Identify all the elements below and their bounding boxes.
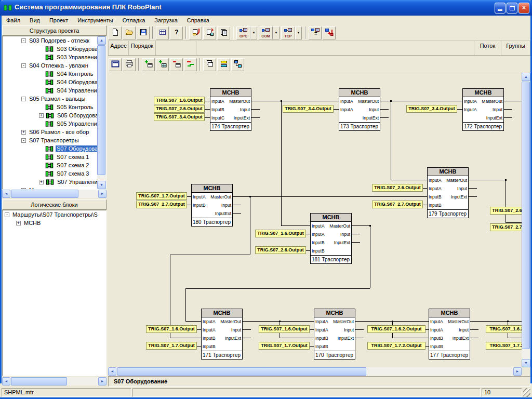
add-block-grid-button[interactable] <box>156 58 169 71</box>
copy-button[interactable] <box>217 26 230 39</box>
scroll-right-arrow[interactable]: ► <box>98 377 107 385</box>
tcp-dropdown-arrow[interactable]: ▼ <box>295 26 302 39</box>
tree-item[interactable]: S03 Оборудован <box>3 45 106 53</box>
expand-expander-icon[interactable]: + <box>39 180 44 184</box>
tree-item-label[interactable]: S03 Оборудован <box>56 46 102 52</box>
align-vertical-button[interactable] <box>231 58 244 71</box>
connect-equal-button[interactable]: = <box>309 26 322 39</box>
collapse-expander-icon[interactable]: - <box>21 38 26 43</box>
tree-item-label[interactable]: S04 Управлени <box>56 87 98 94</box>
tree-item-label[interactable]: S03 Подогрев - отлежк <box>28 37 90 44</box>
signal-label[interactable]: TRIG.S07_2.7.Output <box>372 201 423 208</box>
signal-label[interactable]: TRIG.S07_1.6.2.Output <box>486 325 522 333</box>
function-block[interactable]: МСНВInputAMasterOutInputAInputInputBInpu… <box>429 309 470 360</box>
disconnect-button[interactable] <box>323 26 336 39</box>
tcp-button[interactable]: TCP <box>281 26 295 39</box>
resize-grip[interactable] <box>523 388 530 397</box>
com-button[interactable]: COM <box>259 26 273 39</box>
tree-item[interactable]: S05 Контроль <box>3 103 106 111</box>
function-block[interactable]: МСНВInputAMasterOutInputAInputInputBInpu… <box>201 309 243 360</box>
expand-expander-icon[interactable]: + <box>21 130 26 135</box>
import-wizard-button[interactable] <box>189 26 202 39</box>
scroll-thumb[interactable] <box>11 377 67 385</box>
signal-label[interactable]: TRIG.S07_3.4.Output <box>283 105 334 113</box>
add-block-button[interactable] <box>142 58 155 71</box>
tree-item[interactable]: S04 Управлени <box>3 86 106 95</box>
tree-item[interactable]: S04 Контроль <box>3 70 106 78</box>
tree-item[interactable]: S07 Оборудован <box>3 144 106 153</box>
tree-item[interactable]: -S03 Подогрев - отлежк <box>3 36 106 45</box>
align-horizontal-button[interactable] <box>217 58 230 71</box>
open-folder-button[interactable] <box>123 26 136 39</box>
export-wizard-button[interactable] <box>203 26 216 39</box>
menu-item-проект[interactable]: Проект <box>45 16 73 24</box>
copy-blocks-button[interactable] <box>203 58 216 71</box>
tree-item-label[interactable]: S07 Оборудован <box>56 145 102 152</box>
tree-item-label[interactable]: S05 Контроль <box>56 104 94 110</box>
project-tree-vertical-scrollbar[interactable]: ▲▼ <box>97 36 106 189</box>
function-block[interactable]: МСНВInputAMasterOutInputAInputInputBInpu… <box>314 309 355 360</box>
tree-item-label[interactable]: S04 Оборудован <box>56 79 102 85</box>
tree-item-label[interactable]: S04 Контроль <box>56 71 94 77</box>
tree-item[interactable]: S04 Оборудован <box>3 78 106 86</box>
scroll-thumb[interactable] <box>522 82 530 349</box>
remove-block-button[interactable] <box>170 58 183 71</box>
signal-label[interactable]: TRIG.S07_2.6.Output <box>154 105 205 113</box>
table-button[interactable] <box>156 26 169 39</box>
tree-item-label[interactable]: S07 схема 1 <box>56 154 90 160</box>
tree-item[interactable]: +S05 Оборудован <box>3 111 106 119</box>
tree-item[interactable]: -S04 Отлежка - увлажн <box>3 61 106 70</box>
scroll-left-arrow[interactable]: ◄ <box>2 190 10 198</box>
signal-label[interactable]: TRIG.S07_1.6.Output <box>255 230 306 237</box>
print-button[interactable] <box>123 58 136 71</box>
close-button[interactable]: × <box>518 3 529 14</box>
signal-label[interactable]: TRIG.S07_1.7.Output <box>259 342 310 350</box>
signal-label[interactable]: TRIG.S07_1.7.2.Output <box>367 342 425 350</box>
tree-item-label[interactable]: S07 схема 3 <box>56 170 90 177</box>
function-block[interactable]: МСНВInputAMasterOutInputBInputInputCInpu… <box>210 88 251 131</box>
tree-item-label[interactable]: S05 Размол - вальцы <box>28 96 86 102</box>
signal-label[interactable]: TRIG.S07_2.7.Output <box>490 223 522 231</box>
tree-item-label[interactable]: S06 Размол - все обор <box>28 129 90 135</box>
scroll-thumb[interactable] <box>97 45 105 175</box>
function-block[interactable]: МСНВInputAMasterOutInputAInputInputExt17… <box>462 88 504 131</box>
signal-label[interactable]: TRIG.S07_3.4.Output <box>406 105 457 113</box>
signal-label[interactable]: TRIG.S07_2.7.Output <box>136 201 187 208</box>
signal-label[interactable]: TRIG.S07_1.6.Output <box>154 97 205 104</box>
scroll-up-arrow[interactable]: ▲ <box>97 36 106 45</box>
scroll-up-arrow[interactable]: ▲ <box>522 73 530 81</box>
tree-item-label[interactable]: S07 Транспоретры <box>28 137 80 143</box>
column-header-адрес[interactable]: Адрес <box>108 41 129 56</box>
signal-label[interactable]: TRIG.S07_2.6.Output <box>255 246 306 254</box>
tree-item[interactable]: -S05 Размол - вальцы <box>3 95 106 103</box>
function-block[interactable]: МСНВInputAMasterOutInputAInputInputExt17… <box>339 88 380 131</box>
tree-item[interactable]: S05 Управлени <box>3 119 106 128</box>
collapse-expander-icon[interactable]: - <box>21 63 26 68</box>
scroll-thumb[interactable] <box>11 190 78 198</box>
tree-item-label[interactable]: МСНВ <box>23 220 42 226</box>
tree-item[interactable]: +МСНВ <box>3 219 106 227</box>
com-dropdown-arrow[interactable]: ▼ <box>273 26 280 39</box>
signal-label[interactable]: TRIG.S07_2.6.Output <box>490 207 522 215</box>
signal-label[interactable]: TRIG.S07_1.7.2.Output <box>486 342 522 350</box>
frame-button[interactable] <box>109 58 122 71</box>
breakpoint-button[interactable] <box>184 58 197 71</box>
collapse-expander-icon[interactable]: - <box>5 212 9 217</box>
project-tree-horizontal-scrollbar[interactable]: ◄► <box>2 190 107 198</box>
menu-item-инструменты[interactable]: Инструменты <box>73 16 118 24</box>
diagram-tab-label[interactable]: S07 Оборудование <box>114 378 167 384</box>
tree-item-label[interactable]: S07 Управлени <box>56 179 99 185</box>
tree-item[interactable]: +S06 Размол - все обор <box>3 128 106 136</box>
signal-label[interactable]: TRIG.S07_3.4.Output <box>154 113 205 121</box>
tree-item[interactable]: +S07 Управлени <box>3 178 106 186</box>
tree-item[interactable]: S07 схема 3 <box>3 169 106 178</box>
signal-label[interactable]: TRIG.S07_2.6.Output <box>372 184 423 192</box>
tree-item[interactable]: +Модули ввода-вывода <box>3 186 106 190</box>
tree-item-label[interactable]: S07 схема 2 <box>56 162 90 168</box>
opc-dropdown-arrow[interactable]: ▼ <box>250 26 257 39</box>
menu-item-отладка[interactable]: Отладка <box>118 16 150 24</box>
tree-item-label[interactable]: Маршруты\S07 Транспоретры\S <box>11 211 99 218</box>
scroll-left-arrow[interactable]: ◄ <box>108 367 116 376</box>
scroll-right-arrow[interactable]: ► <box>98 190 107 198</box>
column-header-порядок[interactable]: Порядок <box>129 41 156 56</box>
